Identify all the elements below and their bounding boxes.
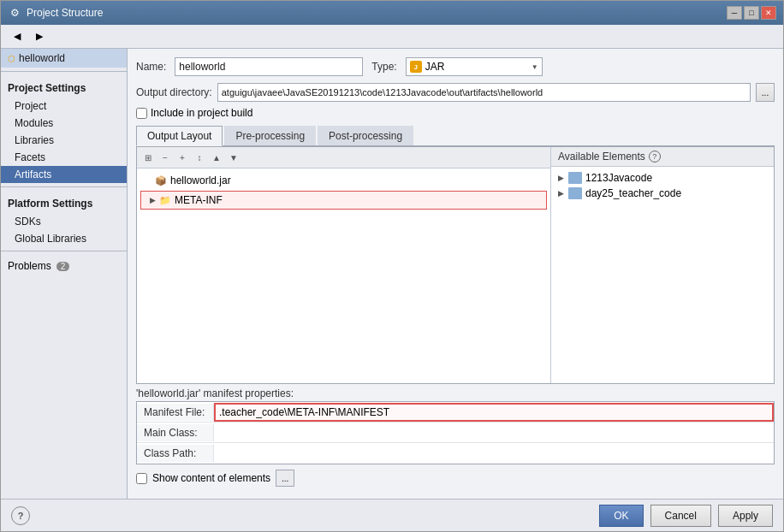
tree-up-btn[interactable]: ▲ bbox=[209, 150, 224, 165]
folder-blue-icon bbox=[568, 172, 582, 184]
ok-button[interactable]: OK bbox=[599, 505, 643, 527]
elements-label-day25: day25_teacher_code bbox=[585, 187, 681, 199]
tree-item-meta-inf[interactable]: ▶ 📁 META-INF bbox=[140, 191, 547, 210]
tree-sort-btn[interactable]: ↕ bbox=[192, 150, 207, 165]
type-select-inner: J JAR bbox=[410, 61, 532, 73]
artifact-name: helloworld bbox=[19, 52, 65, 64]
tree-add-package-btn[interactable]: ⊞ bbox=[140, 150, 156, 165]
tab-output-layout[interactable]: Output Layout bbox=[136, 126, 223, 146]
window-controls: ─ □ ✕ bbox=[727, 6, 776, 20]
sidebar-divider-3 bbox=[1, 251, 127, 251]
main-content: ⬡ helloworld Project Settings Project Mo… bbox=[1, 49, 783, 499]
chevron-down-icon: ▼ bbox=[532, 63, 538, 71]
artifact-icon: ⬡ bbox=[8, 54, 15, 63]
main-toolbar: ◀ ▶ bbox=[1, 25, 783, 49]
problems-badge: 2 bbox=[56, 262, 70, 271]
output-layout-area: ⊞ − + ↕ ▲ ▼ 📦 helloworld.jar bbox=[136, 146, 775, 384]
type-select[interactable]: J JAR ▼ bbox=[406, 57, 543, 76]
tree-add-btn[interactable]: + bbox=[175, 150, 190, 165]
elements-content: ▶ 1213Javacode ▶ day25_teacher_code bbox=[551, 167, 774, 383]
forward-button[interactable]: ▶ bbox=[30, 28, 49, 45]
sidebar-divider-1 bbox=[1, 71, 127, 72]
sidebar-item-modules[interactable]: Modules bbox=[1, 115, 127, 132]
jar-icon: J bbox=[410, 61, 422, 73]
tree-item-jar-label: helloworld.jar bbox=[170, 174, 231, 186]
manifest-title: 'helloworld.jar' manifest properties: bbox=[136, 384, 775, 401]
sidebar-item-problems[interactable]: Problems 2 bbox=[1, 255, 127, 277]
tree-panel: ⊞ − + ↕ ▲ ▼ 📦 helloworld.jar bbox=[137, 147, 551, 383]
sidebar-item-sdks[interactable]: SDKs bbox=[1, 213, 127, 230]
manifest-file-row: Manifest File: bbox=[137, 402, 774, 423]
tree-toolbar: ⊞ − + ↕ ▲ ▼ bbox=[137, 147, 550, 168]
right-panel: Name: Type: J JAR ▼ Output directory: ..… bbox=[128, 49, 783, 499]
tree-content: 📦 helloworld.jar ▶ 📁 META-INF bbox=[137, 168, 550, 383]
elements-item-day25-teacher-code[interactable]: ▶ day25_teacher_code bbox=[551, 186, 774, 201]
manifest-section: 'helloworld.jar' manifest properties: Ma… bbox=[136, 384, 775, 464]
name-label: Name: bbox=[136, 61, 166, 73]
folder-icon: 📁 bbox=[158, 193, 172, 207]
elements-label-1213javacode: 1213Javacode bbox=[585, 172, 652, 184]
tree-remove-btn[interactable]: − bbox=[157, 150, 173, 165]
show-content-label: Show content of elements bbox=[152, 472, 270, 484]
elements-header: Available Elements ? bbox=[551, 147, 774, 167]
sidebar-item-global-libraries[interactable]: Global Libraries bbox=[1, 230, 127, 247]
sidebar-item-artifacts[interactable]: Artifacts bbox=[1, 166, 127, 183]
back-button[interactable]: ◀ bbox=[8, 28, 27, 45]
show-content-checkbox[interactable] bbox=[136, 473, 147, 484]
sidebar-item-libraries[interactable]: Libraries bbox=[1, 132, 127, 149]
expand-icon-2[interactable]: ▶ bbox=[558, 189, 568, 198]
output-dir-label: Output directory: bbox=[136, 86, 212, 98]
manifest-file-label: Manifest File: bbox=[137, 404, 214, 421]
platform-settings-header: Platform Settings bbox=[1, 191, 127, 213]
sidebar-artifact-item[interactable]: ⬡ helloworld bbox=[1, 49, 127, 68]
ellipsis-button[interactable]: ... bbox=[276, 470, 294, 487]
main-class-row: Main Class: bbox=[137, 423, 774, 443]
minimize-button[interactable]: ─ bbox=[727, 6, 742, 20]
help-icon[interactable]: ? bbox=[649, 151, 661, 163]
maximize-button[interactable]: □ bbox=[744, 6, 759, 20]
cancel-button[interactable]: Cancel bbox=[650, 505, 711, 527]
expand-icon-1[interactable]: ▶ bbox=[558, 174, 568, 182]
footer: ? OK Cancel Apply bbox=[1, 499, 783, 531]
sidebar-divider-2 bbox=[1, 186, 127, 187]
elements-item-1213javacode[interactable]: ▶ 1213Javacode bbox=[551, 170, 774, 186]
tabs-bar: Output Layout Pre-processing Post-proces… bbox=[136, 126, 775, 146]
tab-pre-processing[interactable]: Pre-processing bbox=[224, 126, 316, 145]
tree-item-meta-inf-label: META-INF bbox=[175, 194, 223, 206]
include-in-build-checkbox[interactable] bbox=[136, 108, 147, 119]
class-path-row: Class Path: bbox=[137, 443, 774, 464]
help-button[interactable]: ? bbox=[11, 506, 30, 525]
main-class-input[interactable] bbox=[214, 423, 774, 442]
browse-button[interactable]: ... bbox=[756, 83, 775, 102]
jar-file-icon: 📦 bbox=[154, 174, 168, 187]
type-value: JAR bbox=[425, 61, 445, 73]
title-bar: ⚙ Project Structure ─ □ ✕ bbox=[1, 1, 783, 25]
name-type-row: Name: Type: J JAR ▼ bbox=[136, 57, 775, 76]
manifest-fields: Manifest File: Main Class: Class Path: bbox=[136, 401, 775, 464]
output-dir-row: Output directory: ... bbox=[136, 83, 775, 102]
footer-right: OK Cancel Apply bbox=[599, 505, 773, 527]
tree-item-helloworld-jar[interactable]: 📦 helloworld.jar bbox=[137, 172, 550, 189]
footer-left: ? bbox=[11, 506, 30, 525]
tree-down-btn[interactable]: ▼ bbox=[226, 150, 241, 165]
class-path-label: Class Path: bbox=[137, 445, 214, 462]
problems-label: Problems bbox=[8, 260, 51, 272]
expand-icon[interactable]: ▶ bbox=[150, 196, 156, 204]
tree-indent-1: ▶ bbox=[146, 196, 158, 204]
main-class-label: Main Class: bbox=[137, 424, 214, 441]
close-button[interactable]: ✕ bbox=[761, 6, 776, 20]
show-content-row: Show content of elements ... bbox=[136, 464, 775, 490]
class-path-input[interactable] bbox=[214, 444, 774, 463]
sidebar: ⬡ helloworld Project Settings Project Mo… bbox=[1, 49, 128, 499]
include-in-build-label: Include in project build bbox=[151, 107, 252, 119]
output-dir-input[interactable] bbox=[217, 83, 751, 102]
available-elements-label: Available Elements bbox=[558, 151, 645, 163]
project-settings-header: Project Settings bbox=[1, 75, 127, 98]
apply-button[interactable]: Apply bbox=[718, 505, 773, 527]
tab-post-processing[interactable]: Post-processing bbox=[318, 126, 413, 145]
sidebar-item-project[interactable]: Project bbox=[1, 98, 127, 115]
manifest-file-input[interactable] bbox=[214, 403, 774, 422]
sidebar-item-facets[interactable]: Facets bbox=[1, 149, 127, 166]
name-input[interactable] bbox=[175, 57, 363, 76]
project-structure-window: ⚙ Project Structure ─ □ ✕ ◀ ▶ ⬡ hellowor… bbox=[0, 0, 784, 532]
